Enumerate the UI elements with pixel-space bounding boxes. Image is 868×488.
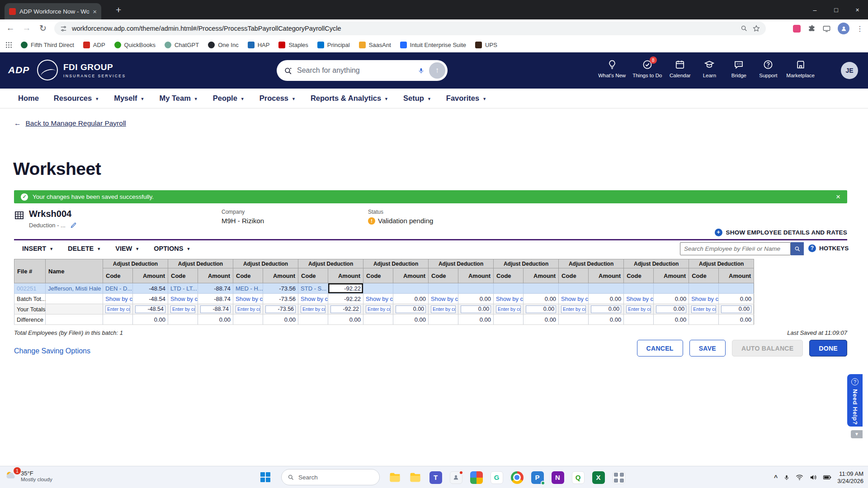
nav-item-reports-analytics[interactable]: Reports & Analytics▼ [311, 94, 388, 103]
header-marketplace[interactable]: Marketplace [786, 59, 815, 78]
show-by-code-link[interactable]: Show by co... [298, 294, 328, 304]
your-total-amount-input[interactable]: 0.00 [393, 304, 429, 314]
your-total-amount-input[interactable]: -48.54 [133, 304, 168, 314]
show-employee-details-link[interactable]: + SHOW EMPLOYEE DETAILS AND RATES [715, 229, 847, 236]
enter-by-code-link[interactable]: Enter by co... [494, 304, 524, 314]
browser-profile-avatar[interactable] [838, 23, 849, 34]
taskbar-app-onenote[interactable]: N [550, 469, 566, 485]
browser-tab[interactable]: ADP Workforce Now - Workshe... × [5, 3, 101, 19]
bookmark-chatgpt[interactable]: ChatGPT [160, 40, 203, 50]
delete-menu[interactable]: DELETE▼ [68, 245, 101, 252]
column-header-amount[interactable]: Amount [654, 268, 689, 283]
cancel-button[interactable]: CANCEL [637, 340, 683, 357]
header-things-to-do[interactable]: 8 Things to Do [632, 59, 662, 78]
employee-name[interactable]: Jefferson, Misti Hale [46, 283, 103, 294]
zoom-icon[interactable] [741, 25, 748, 32]
your-total-amount-input[interactable]: 0.00 [458, 304, 494, 314]
employee-code-cell[interactable]: LTD - LT... [168, 283, 198, 294]
your-total-amount-input[interactable]: 0.00 [589, 304, 624, 314]
employee-search-button[interactable] [791, 242, 804, 255]
hotkeys-link[interactable]: ? HOTKEYS [808, 244, 849, 252]
change-saving-options-link[interactable]: Change Saving Options [14, 347, 90, 355]
bookmark-ups[interactable]: UPS [471, 40, 501, 50]
url-bar[interactable]: workforcenow.adp.com/theme/admin.html#/P… [54, 22, 766, 35]
column-header-amount[interactable]: Amount [263, 268, 298, 283]
close-button[interactable]: × [847, 0, 868, 19]
back-icon[interactable]: ← [4, 23, 17, 33]
column-header-code[interactable]: Code [689, 268, 719, 283]
employee-code-cell[interactable] [559, 283, 589, 294]
column-header-amount[interactable]: Amount [524, 268, 559, 283]
nav-item-process[interactable]: Process▼ [259, 94, 296, 103]
column-header-code[interactable]: Code [103, 268, 133, 283]
weather-widget[interactable]: 1 35°F Mostly cloudy [5, 469, 52, 482]
enter-by-code-link[interactable]: Enter by co... [689, 304, 719, 314]
enter-by-code-link[interactable]: Enter by co... [429, 304, 458, 314]
bookmark-adp[interactable]: ADP [79, 40, 109, 50]
column-header-amount[interactable]: Amount [589, 268, 624, 283]
save-button[interactable]: SAVE [689, 340, 726, 357]
employee-amount-cell[interactable] [654, 283, 689, 294]
need-help-tab[interactable]: ? Need Help? [847, 374, 863, 427]
your-total-amount-input[interactable]: -88.74 [198, 304, 233, 314]
header-bridge[interactable]: Bridge [727, 59, 750, 78]
apps-grid-icon[interactable] [5, 42, 12, 48]
your-total-amount-input[interactable]: -73.56 [263, 304, 298, 314]
show-by-code-link[interactable]: Show by co... [624, 294, 654, 304]
bookmark-quickbooks[interactable]: QuickBooks [110, 40, 160, 50]
tune-icon[interactable] [60, 25, 67, 33]
bookmark-saasant[interactable]: SaasAnt [355, 40, 395, 50]
show-by-code-link[interactable]: Show by co... [363, 294, 393, 304]
back-to-payroll-link[interactable]: ← Back to Manage Regular Payroll [14, 119, 126, 127]
employee-code-cell[interactable] [624, 283, 654, 294]
employee-amount-cell[interactable] [524, 283, 559, 294]
show-by-code-link[interactable]: Show by co... [494, 294, 524, 304]
your-total-amount-input[interactable]: 0.00 [524, 304, 559, 314]
column-header-code[interactable]: Code [298, 268, 328, 283]
column-header-code[interactable]: Code [494, 268, 524, 283]
nav-item-people[interactable]: People▼ [213, 94, 245, 103]
nav-item-favorites[interactable]: Favorites▼ [446, 94, 486, 103]
edit-pencil-icon[interactable] [70, 222, 77, 229]
taskbar-app-file-explorer[interactable] [387, 469, 403, 485]
bookmark-one-inc[interactable]: One Inc [204, 40, 243, 50]
pink-extension-icon[interactable] [793, 25, 801, 33]
user-avatar[interactable]: JE [841, 62, 858, 79]
adp-logo[interactable]: ADP [8, 65, 29, 75]
device-icon[interactable] [822, 24, 831, 33]
column-header-name[interactable]: Name [46, 259, 103, 283]
column-header-amount[interactable]: Amount [393, 268, 429, 283]
bookmark-intuit-enterprise-suite[interactable]: Intuit Enterprise Suite [396, 40, 470, 50]
nav-item-myself[interactable]: Myself▼ [114, 94, 144, 103]
header-whats-new[interactable]: What's New [598, 59, 626, 78]
banner-close-icon[interactable]: × [836, 192, 840, 202]
your-total-amount-input[interactable]: 0.00 [719, 304, 754, 314]
taskbar-app-photos[interactable] [468, 469, 484, 485]
reload-icon[interactable]: ↻ [36, 23, 50, 33]
enter-by-code-link[interactable]: Enter by co... [103, 304, 133, 314]
enter-by-code-link[interactable]: Enter by co... [559, 304, 589, 314]
bookmark-staples[interactable]: Staples [274, 40, 312, 50]
tray-expand-icon[interactable]: ^ [774, 474, 778, 481]
taskbar-app-excel[interactable]: X [590, 469, 606, 485]
enter-by-code-link[interactable]: Enter by co... [233, 304, 263, 314]
show-by-code-link[interactable]: Show by co... [168, 294, 198, 304]
column-header-code[interactable]: Code [429, 268, 458, 283]
start-button[interactable] [260, 472, 270, 482]
column-header-amount[interactable]: Amount [328, 268, 363, 283]
employee-code-cell[interactable]: DEN - D... [103, 283, 133, 294]
employee-amount-cell[interactable] [458, 283, 494, 294]
taskbar-app-apps-grid[interactable] [611, 469, 627, 485]
taskbar-app-grammarly[interactable]: G [489, 469, 505, 485]
column-header-amount[interactable]: Amount [458, 268, 494, 283]
enter-by-code-link[interactable]: Enter by co... [168, 304, 198, 314]
taskbar-app-documents-folder[interactable] [407, 469, 423, 485]
mic-icon[interactable] [418, 67, 425, 74]
forward-icon[interactable]: → [20, 23, 33, 33]
taskbar-app-teams[interactable]: T [428, 469, 443, 485]
employee-amount-cell[interactable]: -73.56 [263, 283, 298, 294]
header-calendar[interactable]: Calendar [669, 59, 691, 78]
nav-item-my-team[interactable]: My Team▼ [159, 94, 198, 103]
column-header-amount[interactable]: Amount [719, 268, 754, 283]
scroll-down-tab[interactable]: ▼ [851, 430, 863, 438]
